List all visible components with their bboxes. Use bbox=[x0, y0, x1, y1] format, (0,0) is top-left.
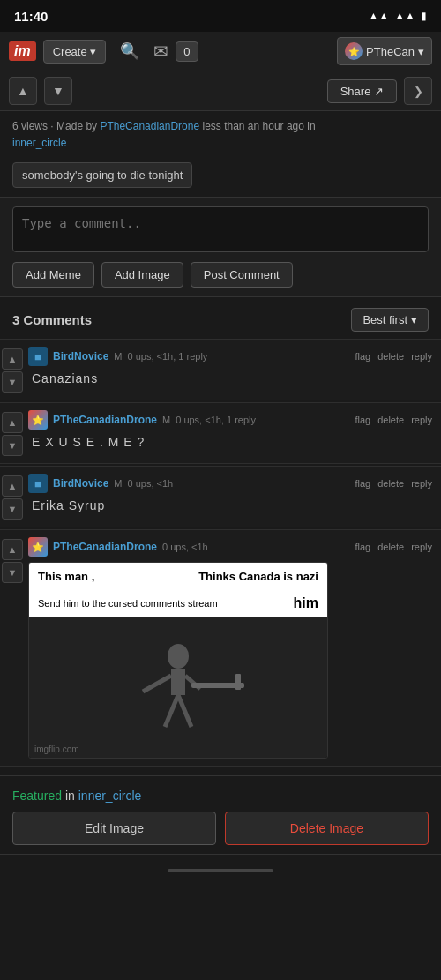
sort-button[interactable]: Best first ▾ bbox=[351, 308, 429, 332]
reply-link[interactable]: reply bbox=[411, 415, 432, 425]
flag-link[interactable]: flag bbox=[355, 415, 370, 425]
comment-text: Canazians bbox=[28, 370, 432, 387]
comment-downvote-button[interactable]: ▼ bbox=[2, 498, 23, 520]
comment-downvote-button[interactable]: ▼ bbox=[2, 435, 23, 456]
user-avatar: ⭐ bbox=[345, 42, 363, 60]
comment-username[interactable]: BirdNovice bbox=[53, 477, 108, 490]
vote-col: ▲ ▼ bbox=[0, 410, 25, 456]
delete-link[interactable]: delete bbox=[377, 542, 404, 552]
comment-block: ▲ ▼ ⭐ PTheCanadianDrone M 0 ups, <1h, 1 … bbox=[0, 402, 441, 464]
bottom-bar bbox=[0, 854, 441, 886]
signal-icon: ▲▲ bbox=[394, 10, 415, 22]
delete-link[interactable]: delete bbox=[377, 351, 404, 362]
bottom-action-buttons: Edit Image Delete Image bbox=[12, 812, 429, 845]
comment-header: ■ BirdNovice M 0 ups, <1h, 1 reply flag … bbox=[28, 347, 432, 366]
meme-watermark: imgflip.com bbox=[34, 744, 79, 754]
post-author-link[interactable]: PTheCanadianDrone bbox=[100, 120, 199, 132]
comments-count: 3 Comments bbox=[12, 312, 92, 327]
share-button[interactable]: Share ↗ bbox=[327, 79, 397, 103]
comment-block: ▲ ▼ ■ BirdNovice M 0 ups, <1h flag delet… bbox=[0, 466, 441, 527]
delete-link[interactable]: delete bbox=[377, 478, 404, 489]
view-count: 6 views bbox=[12, 120, 48, 132]
comment-action-links: flag delete reply bbox=[355, 478, 432, 489]
comment-block-with-image: ▲ ▼ ⭐ PTheCanadianDrone 0 ups, <1h flag … bbox=[0, 529, 441, 767]
svg-line-2 bbox=[143, 676, 171, 692]
comment-content: ■ BirdNovice M 0 ups, <1h flag delete re… bbox=[28, 474, 432, 514]
comment-avatar: ■ bbox=[28, 474, 48, 493]
comment-row: ▲ ▼ ■ BirdNovice M 0 ups, <1h flag delet… bbox=[0, 474, 432, 520]
notification-badge[interactable]: 0 bbox=[176, 41, 198, 62]
meme-content: This man , Thinks Canada is nazi Send hi… bbox=[28, 562, 328, 759]
comment-text: E X U S E . M E ? bbox=[28, 433, 432, 451]
upvote-button[interactable]: ▲ bbox=[9, 77, 37, 105]
featured-community-link[interactable]: inner_circle bbox=[78, 789, 142, 803]
comment-content: ⭐ PTheCanadianDrone 0 ups, <1h flag dele… bbox=[28, 537, 432, 759]
edit-image-button[interactable]: Edit Image bbox=[12, 812, 216, 845]
featured-text: Featured in inner_circle bbox=[12, 789, 429, 803]
comment-upvote-button[interactable]: ▲ bbox=[2, 475, 23, 497]
status-icons: ▲▲ ▲▲ ▮ bbox=[368, 10, 427, 22]
meme-top-left: This man , bbox=[38, 570, 94, 583]
comment-header: ■ BirdNovice M 0 ups, <1h flag delete re… bbox=[28, 474, 432, 493]
create-button[interactable]: Create ▾ bbox=[43, 40, 107, 64]
user-menu-button[interactable]: ⭐ PTheCan ▾ bbox=[337, 37, 432, 65]
flag-link[interactable]: flag bbox=[355, 542, 370, 552]
pixel-icon: ■ bbox=[34, 350, 41, 363]
add-meme-button[interactable]: Add Meme bbox=[12, 262, 94, 288]
comment-downvote-button[interactable]: ▼ bbox=[2, 371, 23, 393]
reply-link[interactable]: reply bbox=[411, 542, 432, 552]
featured-link[interactable]: Featured bbox=[12, 789, 62, 803]
comment-text: Erika Syrup bbox=[28, 497, 432, 514]
share-label: Share bbox=[340, 85, 371, 98]
comment-username[interactable]: PTheCanadianDrone bbox=[53, 414, 157, 426]
comment-badge: M bbox=[114, 351, 122, 362]
comment-textarea[interactable] bbox=[12, 206, 429, 252]
comment-username[interactable]: PTheCanadianDrone bbox=[53, 541, 157, 553]
comment-upvote-button[interactable]: ▲ bbox=[2, 539, 23, 560]
reply-link[interactable]: reply bbox=[411, 478, 432, 489]
comment-header: ⭐ PTheCanadianDrone 0 ups, <1h flag dele… bbox=[28, 537, 432, 557]
comment-action-links: flag delete reply bbox=[355, 542, 432, 552]
downvote-button[interactable]: ▼ bbox=[44, 77, 72, 105]
comment-meta: 0 ups, <1h, 1 reply bbox=[176, 415, 256, 425]
comment-block: ▲ ▼ ■ BirdNovice M 0 ups, <1h, 1 reply f… bbox=[0, 339, 441, 400]
comment-action-buttons: Add Meme Add Image Post Comment bbox=[12, 262, 429, 288]
pixel-icon: ■ bbox=[34, 477, 41, 490]
post-title-tag: somebody's going to die tonight bbox=[12, 162, 192, 188]
featured-in-text: in bbox=[65, 789, 78, 803]
comments-header: 3 Comments Best first ▾ bbox=[0, 297, 441, 339]
vote-share-bar: ▲ ▼ Share ↗ ❯ bbox=[0, 71, 441, 111]
comment-upvote-button[interactable]: ▲ bbox=[2, 412, 23, 433]
logo: im bbox=[9, 41, 36, 61]
reply-link[interactable]: reply bbox=[411, 351, 432, 362]
next-post-button[interactable]: ❯ bbox=[404, 77, 432, 105]
delete-link[interactable]: delete bbox=[377, 415, 404, 425]
comment-action-links: flag delete reply bbox=[355, 415, 432, 425]
add-image-button[interactable]: Add Image bbox=[101, 262, 183, 288]
comment-username[interactable]: BirdNovice bbox=[53, 350, 108, 363]
status-bar: 11:40 ▲▲ ▲▲ ▮ bbox=[0, 0, 441, 32]
comment-header: ⭐ PTheCanadianDrone M 0 ups, <1h, 1 repl… bbox=[28, 410, 432, 430]
svg-line-4 bbox=[165, 695, 178, 727]
delete-image-button[interactable]: Delete Image bbox=[225, 812, 429, 845]
flag-link[interactable]: flag bbox=[355, 351, 370, 362]
comment-downvote-button[interactable]: ▼ bbox=[2, 562, 23, 583]
post-comment-button[interactable]: Post Comment bbox=[191, 262, 293, 288]
meme-figure-svg bbox=[64, 625, 293, 749]
community-link[interactable]: inner_circle bbox=[12, 137, 66, 149]
search-button[interactable]: 🔍 bbox=[113, 38, 146, 64]
comment-meta: 0 ups, <1h bbox=[128, 478, 174, 489]
svg-point-0 bbox=[168, 644, 189, 669]
mail-icon[interactable]: ✉ bbox=[153, 41, 168, 62]
flag-link[interactable]: flag bbox=[355, 478, 370, 489]
vote-col: ▲ ▼ bbox=[0, 474, 25, 520]
sort-arrow: ▾ bbox=[411, 313, 417, 326]
top-nav: im Create ▾ 🔍 ✉ 0 ⭐ PTheCan ▾ bbox=[0, 32, 441, 71]
vote-col: ▲ ▼ bbox=[0, 537, 25, 583]
username-label: PTheCan bbox=[366, 45, 415, 58]
comment-meta: 0 ups, <1h bbox=[162, 542, 208, 552]
comment-upvote-button[interactable]: ▲ bbox=[2, 348, 23, 370]
meme-top-right: Thinks Canada is nazi bbox=[198, 570, 318, 583]
comment-badge: M bbox=[114, 478, 122, 489]
comment-content: ⭐ PTheCanadianDrone M 0 ups, <1h, 1 repl… bbox=[28, 410, 432, 451]
